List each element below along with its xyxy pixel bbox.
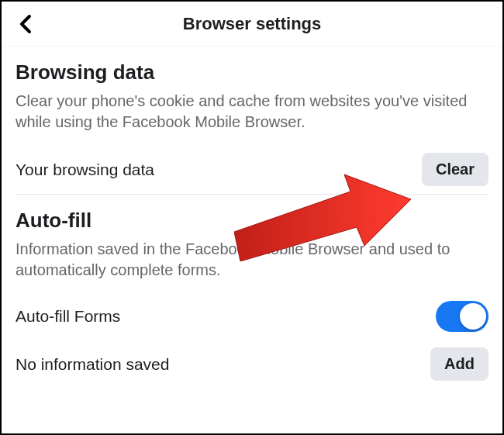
toggle-knob bbox=[460, 303, 486, 330]
autofill-forms-label: Auto-fill Forms bbox=[16, 307, 120, 326]
autofill-info-row: No information saved Add bbox=[16, 340, 488, 388]
add-button[interactable]: Add bbox=[430, 347, 488, 381]
page-title: Browser settings bbox=[183, 14, 322, 34]
back-button[interactable] bbox=[14, 12, 39, 36]
autofill-desc: Information saved in the Facebook Mobile… bbox=[16, 239, 488, 281]
clear-button[interactable]: Clear bbox=[422, 153, 488, 186]
browsing-data-row-label: Your browsing data bbox=[16, 161, 154, 179]
chevron-left-icon bbox=[19, 13, 34, 35]
autofill-info-label: No information saved bbox=[16, 355, 169, 374]
header: Browser settings bbox=[2, 2, 502, 47]
browsing-data-section: Browsing data Clear your phone's cookie … bbox=[2, 47, 502, 194]
browsing-data-desc: Clear your phone's cookie and cache from… bbox=[16, 91, 488, 133]
autofill-section: Auto-fill Information saved in the Faceb… bbox=[2, 195, 502, 388]
browsing-data-title: Browsing data bbox=[16, 60, 488, 85]
autofill-title: Auto-fill bbox=[16, 209, 488, 233]
autofill-forms-row: Auto-fill Forms bbox=[16, 293, 488, 340]
autofill-forms-toggle[interactable] bbox=[436, 301, 488, 332]
browsing-data-row: Your browsing data Clear bbox=[16, 145, 488, 194]
